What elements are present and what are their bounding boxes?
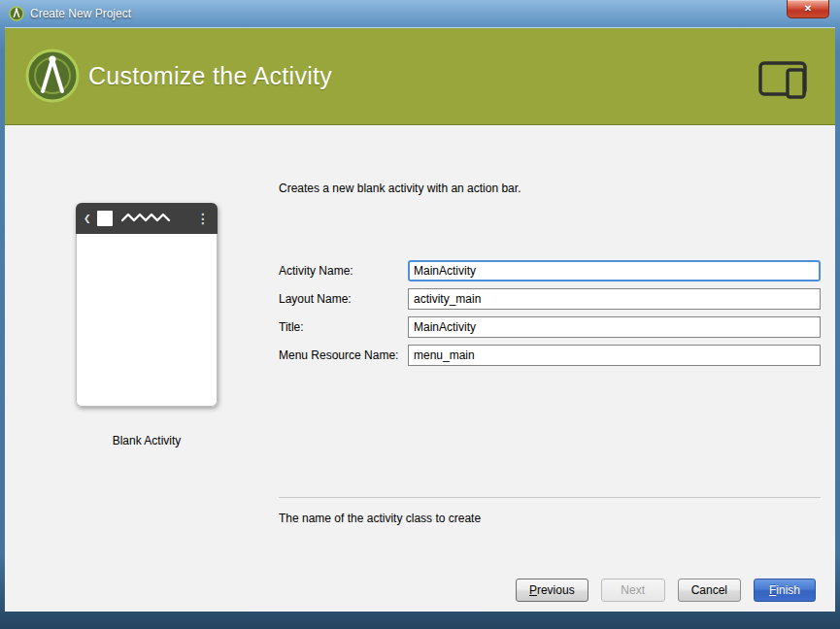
preview-actionbar: ❮ ⋮ [76, 203, 218, 234]
template-description: Creates a new blank activity with an act… [279, 182, 521, 195]
app-icon-placeholder [97, 211, 113, 226]
close-button[interactable]: ✕ [787, 0, 829, 18]
window: Create New Project ✕ Customize the Activ… [0, 0, 840, 629]
button-row: Previous Next Cancel Finish [516, 579, 816, 602]
form-row: Activity Name: [279, 260, 821, 281]
preview-body [76, 234, 218, 407]
preview-label: Blank Activity [76, 434, 218, 447]
activity-name-input[interactable] [408, 260, 821, 281]
page-title: Customize the Activity [88, 62, 332, 90]
form-row: Title: [279, 316, 821, 338]
previous-button[interactable]: Previous [516, 579, 588, 602]
title-squiggle-icon [121, 212, 172, 226]
wizard-content: ❮ ⋮ Blank Activity Creates a new blank a… [5, 125, 835, 612]
wizard-header: Customize the Activity [5, 28, 835, 125]
menu-resource-name-input[interactable] [408, 345, 821, 366]
title-label: Title: [279, 320, 408, 334]
close-icon: ✕ [804, 4, 812, 14]
form-row: Menu Resource Name: [279, 345, 821, 366]
layout-name-input[interactable] [408, 288, 821, 310]
window-title: Create New Project [30, 7, 131, 20]
next-button[interactable]: Next [601, 579, 665, 602]
activity-preview: ❮ ⋮ [76, 203, 218, 407]
field-hint: The name of the activity class to create [279, 512, 481, 525]
app-icon [9, 6, 24, 21]
android-studio-logo-icon [24, 48, 81, 104]
titlebar[interactable]: Create New Project ✕ [0, 0, 840, 27]
cancel-button[interactable]: Cancel [678, 579, 741, 602]
activity-name-label: Activity Name: [279, 264, 408, 278]
title-input[interactable] [408, 316, 821, 338]
devices-icon [757, 59, 810, 100]
overflow-menu-icon: ⋮ [196, 212, 210, 225]
layout-name-label: Layout Name: [279, 292, 408, 306]
finish-button[interactable]: Finish [754, 579, 816, 602]
form-row: Layout Name: [279, 288, 821, 310]
separator [279, 497, 821, 498]
menu-resource-name-label: Menu Resource Name: [279, 348, 408, 362]
dialog: Customize the Activity ❮ [5, 27, 835, 612]
activity-form: Activity Name: Layout Name: Title: Menu … [279, 260, 821, 373]
back-chevron-icon: ❮ [84, 214, 91, 223]
